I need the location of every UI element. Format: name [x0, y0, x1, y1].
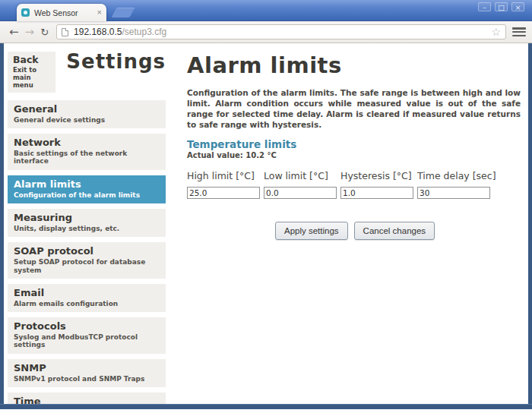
high-limit-label: High limit [°C]: [187, 170, 264, 181]
hysteresis-field-group: Hysteresis [°C]: [340, 170, 417, 199]
low-limit-field-group: Low limit [°C]: [264, 170, 340, 199]
new-tab-button[interactable]: [112, 8, 135, 17]
description-text: Configuration of the alarm limits. The s…: [187, 88, 521, 130]
hysteresis-label: Hysteresis [°C]: [340, 170, 417, 181]
sidebar-item-time[interactable]: Time Synchronization with NTP server: [8, 393, 166, 404]
url-path: /setup3.cfg: [122, 27, 166, 37]
form-buttons: Apply settings Cancel changes: [275, 222, 521, 240]
page-content: Back Exit to main menu Settings General …: [0, 43, 532, 404]
browser-tab[interactable]: Web Sensor ×: [17, 4, 106, 21]
minimize-button[interactable]: –: [478, 2, 491, 11]
tab-close-icon[interactable]: ×: [97, 8, 102, 17]
page-title: Settings: [66, 52, 166, 72]
page-document-icon[interactable]: [62, 28, 68, 36]
url-host: 192.168.0.5: [74, 27, 122, 37]
back-label: Back: [13, 55, 50, 65]
back-to-main-menu-button[interactable]: Back Exit to main menu: [8, 52, 55, 93]
window-controls: – □ ×: [478, 2, 524, 11]
sidebar: Back Exit to main menu Settings General …: [8, 52, 166, 404]
forward-nav-icon: →: [22, 27, 38, 38]
low-limit-input[interactable]: [264, 187, 337, 199]
apply-settings-button[interactable]: Apply settings: [275, 222, 348, 240]
back-nav-icon[interactable]: ←: [6, 27, 22, 38]
sidebar-item-measuring[interactable]: Measuring Units, display settings, etc.: [8, 209, 166, 237]
sidebar-item-alarm-limits[interactable]: Alarm limits Configuration of the alarm …: [8, 175, 166, 203]
sidebar-item-network[interactable]: Network Basic settings of the network in…: [8, 134, 166, 170]
address-bar[interactable]: 192.168.0.5/setup3.cfg ☆: [56, 24, 506, 39]
browser-window: Web Sensor × – □ × ← → ↻ 192.168.0.5/set…: [0, 0, 532, 413]
bookmark-star-icon[interactable]: ☆: [491, 27, 501, 37]
hysteresis-input[interactable]: [340, 187, 413, 199]
low-limit-label: Low limit [°C]: [264, 170, 340, 181]
time-delay-label: Time delay [sec]: [417, 170, 494, 181]
time-delay-input[interactable]: [417, 187, 490, 199]
tab-title: Web Sensor: [34, 8, 97, 17]
sidebar-item-protocols[interactable]: Protocols Syslog and ModbusTCP protocol …: [8, 317, 166, 354]
browser-toolbar: ← → ↻ 192.168.0.5/setup3.cfg ☆: [0, 21, 532, 43]
high-limit-input[interactable]: [187, 187, 260, 199]
settings-menu: General General device settings Network …: [8, 100, 166, 404]
maximize-button[interactable]: □: [495, 2, 508, 11]
reload-icon[interactable]: ↻: [37, 27, 52, 38]
sidebar-header: Back Exit to main menu Settings: [8, 52, 166, 93]
time-delay-field-group: Time delay [sec]: [417, 170, 494, 199]
high-limit-field-group: High limit [°C]: [187, 170, 264, 199]
back-sublabel: Exit to main menu: [13, 66, 50, 89]
url-text: 192.168.0.5/setup3.cfg: [74, 27, 491, 37]
close-button[interactable]: ×: [511, 2, 524, 11]
main-panel: Alarm limits Configuration of the alarm …: [166, 52, 525, 404]
sidebar-item-soap-protocol[interactable]: SOAP protocol Setup SOAP protocol for da…: [8, 242, 166, 279]
web-sensor-favicon-icon: [21, 8, 30, 17]
page-footer-bar: [0, 404, 532, 409]
temperature-limits-title: Temperature limits: [187, 138, 521, 150]
section-heading: Alarm limits: [187, 52, 521, 78]
sidebar-item-email[interactable]: Email Alarm emails configuration: [8, 284, 166, 312]
window-bottom-strip: [0, 409, 532, 413]
browser-menu-icon[interactable]: [512, 27, 526, 36]
titlebar: Web Sensor × – □ ×: [0, 0, 532, 21]
sidebar-item-snmp[interactable]: SNMP SNMPv1 protocol and SNMP Traps: [8, 359, 166, 387]
limits-form: High limit [°C] Low limit [°C] Hysteresi…: [187, 170, 521, 199]
cancel-changes-button[interactable]: Cancel changes: [354, 222, 435, 240]
actual-value-text: Actual value: 10.2 °C: [187, 151, 521, 159]
sidebar-item-general[interactable]: General General device settings: [8, 100, 166, 128]
